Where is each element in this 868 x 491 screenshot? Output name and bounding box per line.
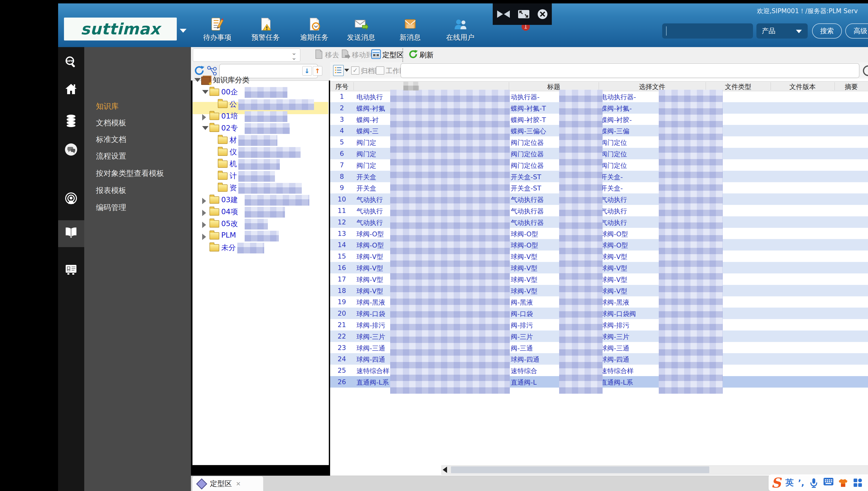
tree-expand-icon[interactable] xyxy=(202,222,206,228)
skin-icon[interactable] xyxy=(838,478,848,488)
tree-node-6[interactable]: 材 xyxy=(229,135,237,145)
grid-zone-icon[interactable] xyxy=(371,49,381,59)
table-cell: 20 xyxy=(330,310,354,317)
book-icon[interactable] xyxy=(64,226,78,239)
column-header-1[interactable]: 序号 xyxy=(330,82,354,91)
global-search-input[interactable] xyxy=(662,23,753,38)
column-header-6[interactable]: 文件版本 xyxy=(770,82,835,91)
tree-collapse-icon[interactable] xyxy=(202,126,209,130)
refresh-green-icon[interactable] xyxy=(408,49,418,59)
tree-node-3[interactable]: 公 xyxy=(229,99,237,109)
svg-text:SIPM: SIPM xyxy=(66,60,73,62)
tab-dingxingqu[interactable]: 定型区 ✕ xyxy=(192,476,263,491)
tree-node-9[interactable]: 计 xyxy=(229,171,237,181)
redaction-mosaic xyxy=(237,243,264,254)
sidebar-item-4[interactable]: 流程设置 xyxy=(96,151,126,161)
work-zone-checkbox[interactable] xyxy=(376,66,384,75)
table-toolbar-3-label[interactable]: 定型区 xyxy=(382,50,404,60)
tree-node-13[interactable]: 05改 xyxy=(221,219,238,229)
header-tool-todo[interactable]: 待办事项 xyxy=(193,17,242,42)
header-tool-send-message[interactable]: 发送消息 xyxy=(337,17,385,42)
view-mode-dropdown-icon[interactable] xyxy=(344,69,349,72)
tree-node-7[interactable]: 仪 xyxy=(229,147,237,157)
toolbox-icon[interactable] xyxy=(852,478,863,488)
home-icon[interactable] xyxy=(64,82,78,96)
tree-node-4[interactable]: 01培 xyxy=(221,111,238,121)
search-down-button[interactable]: ↓ xyxy=(302,66,312,76)
table-cell: 气动执行 xyxy=(356,218,383,227)
chat-icon[interactable] xyxy=(64,143,78,156)
tree-root-combobox[interactable]: ⌄⌄ xyxy=(193,49,300,62)
header-tool-online-users[interactable]: 在线用户 xyxy=(436,17,485,42)
chinese-english-toggle-icon[interactable]: 英 xyxy=(785,477,793,488)
redaction-mosaic xyxy=(238,183,302,194)
table-cell: 气动执行 xyxy=(356,207,383,215)
tree-collapse-icon[interactable] xyxy=(202,90,209,94)
tree-node-15[interactable]: 未分 xyxy=(221,243,236,253)
table-toolbar-4-label[interactable]: 刷新 xyxy=(419,50,434,60)
sidebar-item-1[interactable]: 知识库 xyxy=(96,101,119,112)
sogou-logo-icon[interactable]: S xyxy=(771,475,781,490)
table-cell: 球阀-V型 xyxy=(601,287,627,296)
tree-collapse-icon[interactable] xyxy=(194,78,201,82)
table-cell: 开关盒- xyxy=(601,184,623,193)
search-category-dropdown[interactable]: 产品 xyxy=(756,23,808,38)
horizontal-scrollbar[interactable] xyxy=(441,465,868,475)
tree-node-12[interactable]: 04项 xyxy=(221,207,238,217)
table-cell: 24 xyxy=(330,355,354,363)
sipm-search-icon[interactable]: SIPM xyxy=(64,55,78,68)
table-cell: 9 xyxy=(330,184,354,192)
tree-node-5[interactable]: 02专 xyxy=(221,123,238,133)
tree-expand-icon[interactable] xyxy=(202,114,206,120)
close-icon[interactable] xyxy=(537,9,548,20)
tree-node-2[interactable]: 00企 xyxy=(221,87,238,97)
logo-dropdown-icon[interactable] xyxy=(180,29,187,33)
microphone-icon[interactable] xyxy=(809,478,819,488)
advanced-search-button[interactable]: 高级 xyxy=(845,23,868,38)
logo-text: suttimax xyxy=(81,20,160,38)
resize-icon[interactable] xyxy=(518,10,530,19)
table-cell: 球阀-黑液 xyxy=(601,298,629,307)
tree-expand-icon[interactable] xyxy=(202,210,206,216)
header-tool-new-message[interactable]: 新消息 xyxy=(386,17,435,42)
todo-icon xyxy=(210,17,224,31)
tree-expand-icon[interactable] xyxy=(202,234,206,240)
tree-node-1[interactable]: 知识库分类 xyxy=(213,75,249,85)
chevron-double-down-icon[interactable]: ⌄⌄ xyxy=(291,50,297,60)
sidebar-item-6[interactable]: 报表模板 xyxy=(96,185,126,196)
keyboard-icon[interactable] xyxy=(823,478,834,488)
database-icon[interactable] xyxy=(64,114,78,127)
warning-task-icon xyxy=(259,17,273,31)
scrollbar-thumb[interactable] xyxy=(451,466,709,473)
sidebar-item-3[interactable]: 标准文档 xyxy=(96,135,126,145)
tab-close-icon[interactable]: ✕ xyxy=(236,481,241,487)
table-cell: 球阀-V型 xyxy=(511,253,537,261)
broadcast-user-icon[interactable] xyxy=(64,192,78,205)
scroll-left-icon[interactable] xyxy=(443,467,447,473)
archive-zone-checkbox[interactable]: ✓ xyxy=(351,66,359,75)
tree-node-14[interactable]: PLM xyxy=(221,231,236,239)
swap-icon[interactable] xyxy=(497,10,510,18)
table-cell: 阀-三通 xyxy=(511,344,533,353)
search-button[interactable]: 搜索 xyxy=(812,23,842,38)
table-cell: 16 xyxy=(330,264,354,271)
tree-hierarchy-icon[interactable] xyxy=(207,66,217,76)
tree-node-10[interactable]: 资 xyxy=(229,183,237,193)
tree-node-8[interactable]: 机 xyxy=(229,159,237,169)
sidebar-item-7[interactable]: 编码管理 xyxy=(96,202,126,213)
idcard-icon[interactable] xyxy=(64,262,78,276)
view-mode-icon[interactable] xyxy=(333,65,344,76)
sidebar-item-5[interactable]: 按对象类型查看模板 xyxy=(96,168,164,178)
tree-node-11[interactable]: 03建 xyxy=(221,195,238,205)
search-category-value: 产品 xyxy=(762,26,776,36)
punctuation-icon[interactable]: ’, xyxy=(798,478,804,488)
header-tool-overdue-task[interactable]: 逾期任务 xyxy=(290,17,338,42)
column-header-7[interactable]: 摘要 xyxy=(835,82,868,91)
tree-expand-icon[interactable] xyxy=(202,198,206,204)
table-cell: 球阀-V型 xyxy=(511,276,537,284)
table-filter-input[interactable] xyxy=(401,63,860,78)
header-tool-warning-task[interactable]: 预警任务 xyxy=(241,17,290,42)
sidebar-item-2[interactable]: 文档模板 xyxy=(96,118,126,128)
search-up-button[interactable]: ↑ xyxy=(313,66,322,76)
tree-refresh-icon[interactable] xyxy=(194,65,205,76)
